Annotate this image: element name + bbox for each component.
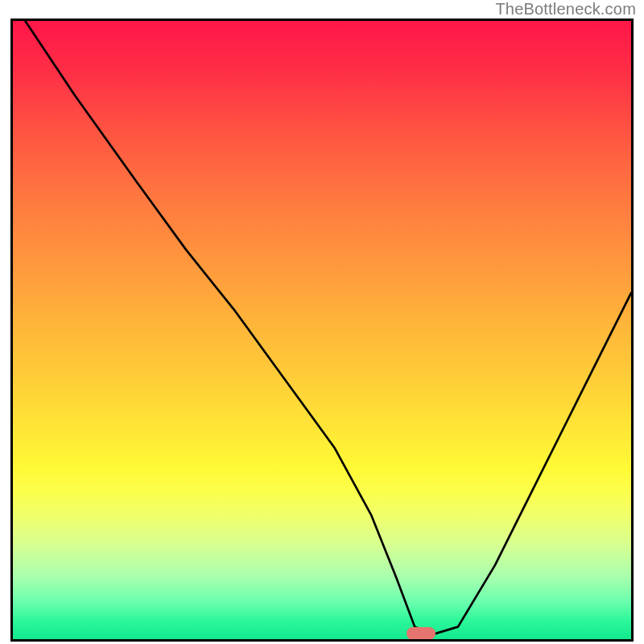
- optimal-marker: [407, 627, 436, 640]
- curve-path: [25, 21, 631, 634]
- bottleneck-curve: [13, 21, 631, 639]
- watermark-text: TheBottleneck.com: [495, 0, 636, 19]
- chart-frame: [10, 19, 634, 642]
